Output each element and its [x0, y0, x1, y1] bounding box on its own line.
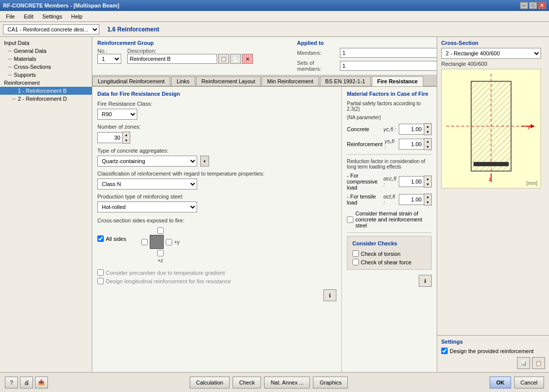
production-dropdown[interactable]: Hot-rolled Cold-worked [97, 201, 197, 212]
class-dropdown[interactable]: R90 [97, 109, 137, 120]
ok-button[interactable]: OK [490, 377, 511, 389]
aggregates-dropdown[interactable]: Quartz-containing Siliceous Calcareous [97, 156, 197, 167]
tab-min-reinforcement[interactable]: Min Reinforcement [262, 76, 318, 86]
reinforcement-spin: ▲ ▼ [399, 138, 432, 150]
no-dropdown[interactable]: 1 [97, 54, 121, 64]
design-long-checkbox[interactable] [97, 278, 104, 284]
tensile-input[interactable] [399, 194, 424, 205]
nat-annex-button[interactable]: Nat. Annex ... [264, 377, 310, 389]
zones-spin-down[interactable]: ▼ [123, 138, 130, 143]
check-button[interactable]: Check [233, 377, 261, 389]
zones-spin-up[interactable]: ▲ [123, 132, 130, 138]
all-sides-checkbox[interactable] [97, 235, 104, 242]
sidebar-item-reinforcement-b[interactable]: ─ 1 - Reinforcement B [0, 87, 92, 95]
rg-section-label: Reinforcement Group [97, 40, 287, 46]
tab-layout[interactable]: Reinforcement Layout [196, 76, 261, 86]
torsion-row: Check of torsion [352, 250, 426, 257]
copy-icon-btn[interactable]: 📋 [218, 54, 229, 64]
settings-title: Settings [441, 339, 545, 345]
reinforcement-input[interactable] [399, 139, 424, 150]
sidebar-item-reinforcement[interactable]: Reinforcement [0, 79, 92, 87]
concrete-spin-down[interactable]: ▼ [424, 129, 431, 135]
sidebar-item-general-data[interactable]: ─ General Data [0, 47, 92, 55]
tab-fire-resistance[interactable]: Fire Resistance [372, 76, 423, 86]
window-title: RF-CONCRETE Members - [Multispan Beam] [3, 2, 119, 8]
desc-input[interactable] [127, 54, 217, 64]
tensile-label: - For tensile load [347, 194, 381, 205]
menu-help[interactable]: Help [67, 12, 86, 20]
close-button[interactable]: ✕ [538, 2, 546, 9]
top-side-checkbox[interactable] [157, 227, 164, 234]
tensile-spin-up[interactable]: ▲ [424, 194, 431, 199]
delete-icon-btn[interactable]: ✕ [242, 54, 253, 64]
maximize-button[interactable]: □ [529, 2, 537, 9]
menu-edit[interactable]: Edit [20, 12, 37, 20]
design-provided-row: Design the provided reinforcement [441, 348, 545, 354]
bottom-side-checkbox[interactable] [157, 250, 164, 256]
graphics-button[interactable]: Graphics [313, 377, 348, 389]
sidebar-item-input-data[interactable]: Input Data [0, 39, 92, 47]
right-side-checkbox[interactable] [166, 239, 172, 245]
sidebar-item-reinforcement-d[interactable]: ─ 2 - Reinforcement D [0, 95, 92, 103]
tensile-spin: ▲ ▼ [399, 194, 432, 205]
main-layout: Input Data ─ General Data ─ Materials ─ … [0, 37, 549, 372]
ca-dropdown[interactable]: CA1 - Reinforced concrete desi... [3, 24, 99, 34]
no-label: No.: [97, 48, 121, 54]
export-btn[interactable]: 📤 [35, 377, 48, 389]
aggregates-dropdown-arrow[interactable]: ▼ [200, 156, 209, 167]
section-title: 1.6 Reinforcement [107, 26, 159, 33]
reinforcement-spin-up[interactable]: ▲ [424, 139, 431, 144]
sidebar-item-label: Cross-Sections [14, 64, 51, 70]
settings-icon-btn2[interactable]: 📋 [532, 357, 545, 369]
members-input[interactable] [340, 48, 437, 58]
sidebar-item-supports[interactable]: ─ Supports [0, 71, 92, 79]
cancel-button[interactable]: Cancel [514, 377, 544, 389]
zones-input[interactable] [97, 132, 122, 143]
tab-links[interactable]: Links [171, 76, 195, 86]
compressive-spin-down[interactable]: ▼ [424, 182, 431, 187]
shear-checkbox[interactable] [352, 259, 359, 265]
concrete-spin-up[interactable]: ▲ [424, 124, 431, 129]
precamber-row: Consider precamber due to temperature gr… [97, 269, 336, 276]
compressive-label: - For compressive load [347, 173, 381, 191]
tab-bs-en[interactable]: BS EN 1992-1-1 [320, 76, 371, 86]
print-btn[interactable]: 🖨 [20, 377, 33, 389]
menu-file[interactable]: File [2, 12, 19, 20]
all-sides-label: All sides [106, 236, 126, 242]
sets-input[interactable] [340, 61, 437, 71]
tensile-symbol: αct,fi : [383, 194, 397, 205]
tab-longitudinal[interactable]: Longitudinal Reinforcement [92, 76, 170, 86]
fr-panel-title: Data for Fire Resistance Design [97, 91, 336, 97]
precamber-checkbox[interactable] [97, 269, 104, 276]
left-side-checkbox[interactable] [141, 239, 148, 245]
classification-dropdown[interactable]: Class N Class A Class B [97, 179, 197, 190]
compressive-spin: ▲ ▼ [399, 176, 432, 188]
fr-info-btn[interactable]: ℹ [323, 289, 336, 301]
tensile-spin-down[interactable]: ▼ [424, 199, 431, 205]
cs-dropdown[interactable]: 2 - Rectangle 400/600 [441, 48, 541, 59]
thermal-row: Consider thermal strain of concrete and … [347, 210, 432, 228]
members-row: Members: 🔍 All [297, 48, 437, 58]
mf-info-btn[interactable]: ℹ [419, 275, 432, 287]
menu-settings[interactable]: Settings [38, 12, 66, 20]
sidebar-item-cross-sections[interactable]: ─ Cross-Sections [0, 63, 92, 71]
torsion-checkbox[interactable] [352, 250, 359, 257]
compressive-spin-up[interactable]: ▲ [424, 176, 431, 182]
help-btn[interactable]: ? [5, 377, 18, 389]
concrete-spin: ▲ ▼ [399, 123, 432, 135]
reinforcement-spin-down[interactable]: ▼ [424, 144, 431, 150]
design-long-label: Design longitudinal reinforcement for fi… [106, 278, 231, 284]
compressive-input[interactable] [399, 176, 424, 187]
settings-icon-btn1[interactable]: 📊 [517, 357, 530, 369]
class-row: R90 [97, 109, 336, 120]
minimize-button[interactable]: ─ [520, 2, 528, 9]
sidebar-item-materials[interactable]: ─ Materials [0, 55, 92, 63]
concrete-input[interactable] [399, 124, 424, 135]
design-provided-checkbox[interactable] [441, 348, 448, 354]
paste-icon-btn[interactable]: 📄 [230, 54, 241, 64]
calculation-button[interactable]: Calculation [190, 377, 230, 389]
dash-icon: ─ [8, 72, 12, 78]
reinforcement-mf-symbol: γs,fi : [385, 138, 397, 150]
sidebar-item-label: 2 - Reinforcement D [18, 96, 67, 102]
thermal-checkbox[interactable] [347, 216, 353, 223]
